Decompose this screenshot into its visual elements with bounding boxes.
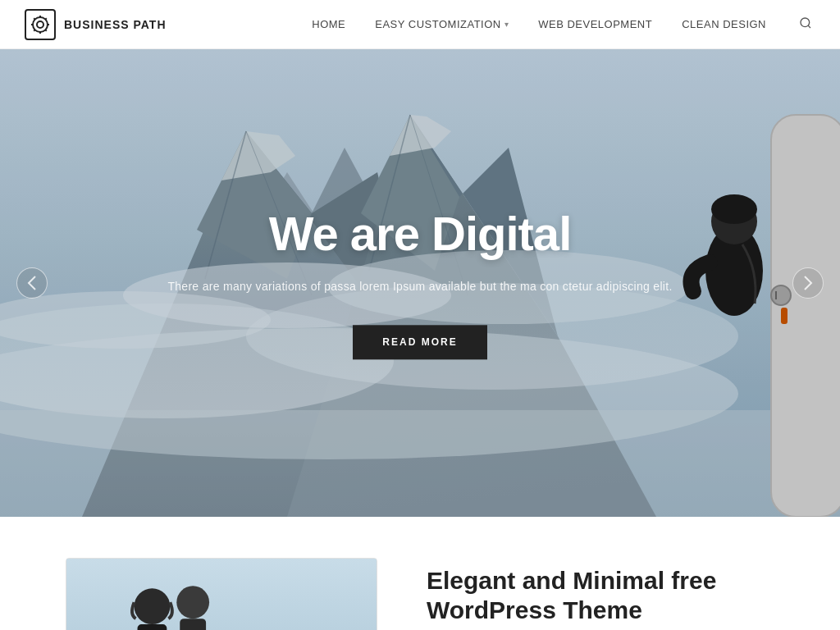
slider-prev-button[interactable] [16, 267, 48, 299]
slider-next-button[interactable] [792, 267, 824, 299]
hero-section: We are Digital There are many variations… [0, 49, 840, 517]
featured-image-card [66, 558, 377, 630]
hero-content: We are Digital There are many variations… [133, 206, 707, 359]
bottom-text-content: Elegant and Minimal free WordPress Theme [427, 558, 774, 630]
nav-home[interactable]: HOME [312, 18, 345, 30]
svg-rect-54 [180, 619, 206, 630]
bottom-heading: Elegant and Minimal free WordPress Theme [427, 566, 774, 625]
bottom-section: Elegant and Minimal free WordPress Theme [0, 517, 840, 630]
hero-subtitle: There are many variations of passa lorem… [133, 277, 707, 295]
svg-line-6 [34, 18, 34, 19]
svg-line-7 [45, 30, 46, 30]
search-icon[interactable] [796, 13, 815, 36]
svg-point-1 [33, 17, 48, 32]
dropdown-arrow-icon: ▾ [504, 20, 509, 29]
logo-text: BUSINESS PATH [64, 18, 167, 31]
logo[interactable]: BUSINESS PATH [25, 9, 167, 40]
svg-point-0 [37, 21, 43, 28]
hero-title: We are Digital [133, 206, 707, 261]
nav-clean-design[interactable]: CLEAN DESIGN [682, 18, 766, 30]
svg-rect-52 [138, 624, 167, 630]
logo-icon [25, 9, 56, 40]
nav-easy-customization[interactable]: EASY CUSTOMIZATION ▾ [375, 18, 509, 30]
svg-point-10 [801, 18, 810, 27]
svg-point-51 [135, 588, 171, 624]
svg-point-53 [176, 586, 209, 619]
read-more-button[interactable]: READ MORE [353, 326, 486, 360]
nav-web-development[interactable]: WEB DEVELOPMENT [538, 18, 652, 30]
svg-line-8 [34, 30, 34, 30]
svg-line-9 [45, 18, 46, 19]
main-nav: HOME EASY CUSTOMIZATION ▾ WEB DEVELOPMEN… [312, 13, 815, 36]
header: BUSINESS PATH HOME EASY CUSTOMIZATION ▾ … [0, 0, 840, 49]
svg-line-11 [808, 25, 810, 28]
svg-rect-43 [66, 558, 377, 630]
